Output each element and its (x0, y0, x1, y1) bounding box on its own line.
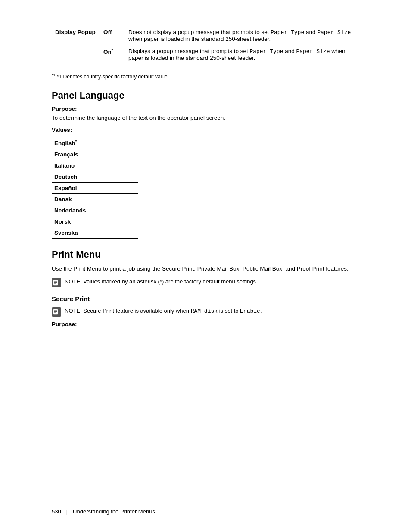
lang-italiano: Italiano (52, 160, 138, 171)
note-svg-icon (53, 279, 60, 286)
secure-print-title: Secure Print (52, 295, 359, 302)
desc-cell-off: Does not display a popup message that pr… (125, 26, 359, 45)
footer-divider: | (66, 508, 68, 515)
table-row: On* Displays a popup message that prompt… (52, 45, 359, 64)
lang-svenska: Svenska (52, 227, 138, 238)
lang-espanol: Español (52, 182, 138, 193)
list-item: Svenska (52, 227, 138, 238)
term-cell: Display Popup (52, 26, 99, 45)
list-item: Français (52, 149, 138, 160)
list-item: Deutsch (52, 171, 138, 182)
list-item: English* (52, 137, 138, 149)
lang-english: English* (52, 137, 138, 149)
footer-section-title: Understanding the Printer Menus (73, 508, 155, 515)
table-footnote: *1 *1 Denotes country-specific factory d… (52, 73, 359, 80)
purpose-text: To determine the language of the text on… (52, 114, 359, 122)
lang-francais: Français (52, 149, 138, 160)
term-cell-empty (52, 45, 99, 64)
purpose-label: Purpose: (52, 106, 359, 112)
inline-code-2: Paper Size (317, 29, 351, 36)
print-menu-note: NOTE: Values marked by an asterisk (*) a… (52, 277, 359, 287)
page: Display Popup Off Does not display a pop… (0, 0, 411, 532)
secure-print-note-text: NOTE: Secure Print feature is available … (65, 307, 262, 316)
secure-note-svg-icon (53, 308, 60, 315)
lang-deutsch: Deutsch (52, 171, 138, 182)
footnote-sup: *1 (52, 73, 56, 77)
lang-dansk: Dansk (52, 193, 138, 205)
inline-code-1: Paper Type (271, 29, 304, 36)
value-cell-off: Off (99, 26, 125, 45)
list-item: Dansk (52, 193, 138, 205)
panel-language-title: Panel Language (52, 90, 359, 101)
print-menu-title: Print Menu (52, 249, 359, 260)
list-item: Italiano (52, 160, 138, 171)
secure-print-purpose-label: Purpose: (52, 321, 359, 327)
asterisk-sup: * (112, 48, 113, 52)
print-menu-note-text: NOTE: Values marked by an asterisk (*) a… (65, 277, 258, 286)
list-item: Español (52, 182, 138, 193)
language-table: English* Français Italiano Deutsch Españ… (52, 137, 138, 239)
asterisk-sup: * (75, 139, 77, 143)
table-row: Display Popup Off Does not display a pop… (52, 26, 359, 45)
list-item: Nederlands (52, 205, 138, 216)
secure-print-note-icon (52, 307, 61, 317)
footnote-text: *1 Denotes country-specific factory defa… (57, 74, 169, 80)
enable-code: Enable (240, 308, 260, 314)
values-label: Values: (52, 127, 359, 133)
secure-print-note: NOTE: Secure Print feature is available … (52, 307, 359, 317)
lang-norsk: Norsk (52, 216, 138, 227)
note-icon (52, 278, 61, 287)
value-cell-on: On* (99, 45, 125, 64)
inline-code-4: Paper Size (296, 48, 330, 55)
page-footer: 530 | Understanding the Printer Menus (52, 508, 359, 515)
page-number: 530 (52, 508, 61, 515)
list-item: Norsk (52, 216, 138, 227)
ram-disk-code: RAM disk (191, 308, 218, 314)
desc-cell-on: Displays a popup message that prompts to… (125, 45, 359, 64)
inline-code-3: Paper Type (249, 48, 283, 55)
lang-nederlands: Nederlands (52, 205, 138, 216)
print-menu-intro: Use the Print Menu to print a job using … (52, 264, 359, 273)
note-text-content: NOTE: Values marked by an asterisk (*) a… (65, 278, 258, 285)
display-popup-table: Display Popup Off Does not display a pop… (52, 26, 359, 64)
